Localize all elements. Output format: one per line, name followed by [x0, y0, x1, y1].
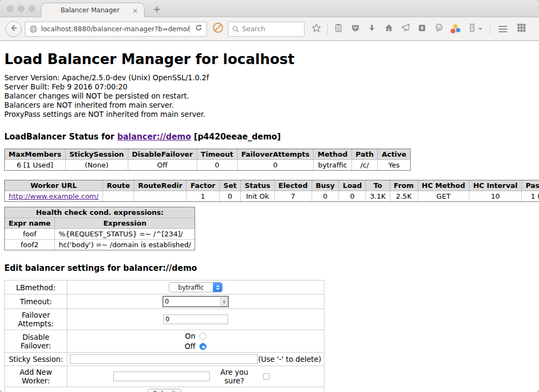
form-row-sticky: Sticky Session: (Use '-' to delete) [5, 353, 324, 366]
form-row-failover: Failover Attempts: [5, 309, 324, 330]
tab-bar: Balancer Manager × + [0, 0, 539, 17]
worker-url-cell: http://www.example.com/ [5, 191, 103, 202]
lbmethod-select[interactable]: bytraffic [169, 282, 223, 292]
worker-table: Worker URL Route RouteRedir Factor Set S… [4, 180, 539, 202]
timeout-cell: 0 [197, 160, 237, 171]
column-header: StickySession [65, 149, 128, 160]
reload-button[interactable] [190, 22, 206, 36]
form-row-lbmethod: LBmethod: bytraffic [5, 281, 324, 295]
downloads-button[interactable] [366, 22, 378, 36]
sticky-cell: (Use '-' to delete) [67, 353, 324, 366]
table-header-row: Expr name Expression [5, 218, 195, 229]
balancer-link[interactable]: balancer://demo [117, 132, 191, 142]
column-header: Method [314, 149, 351, 160]
column-header: Status [240, 180, 274, 191]
passes-cell: 1 (0) [522, 191, 539, 202]
notice-proxypass: ProxyPass settings are NOT inherited fro… [4, 110, 535, 119]
column-header: To [366, 180, 390, 191]
radio-on-label: On [185, 332, 195, 340]
search-bar [228, 22, 305, 37]
add-worker-input[interactable] [113, 372, 210, 381]
select-stepper-icon [213, 282, 222, 292]
failover-attempts-input[interactable] [163, 314, 228, 324]
clipboard-button[interactable] [333, 22, 344, 36]
radio-on[interactable] [199, 333, 206, 340]
tab-close-icon[interactable]: × [131, 6, 140, 15]
tab-balancer-manager[interactable]: Balancer Manager × [41, 3, 144, 17]
worker-row: http://www.example.com/ 1 0 Init Ok 7 0 … [5, 191, 539, 202]
url-input[interactable] [41, 22, 190, 36]
content-blocked-button[interactable] [212, 22, 224, 36]
column-header: Factor [186, 180, 219, 191]
back-button[interactable] [5, 21, 22, 37]
timeout-input[interactable] [163, 298, 220, 305]
menu-button[interactable] [497, 22, 509, 36]
confirm-label: Are you sure? [210, 368, 259, 385]
back-arrow-icon [9, 24, 18, 34]
table-row: foof %{REQUEST_STATUS} =~ /^[234]/ [5, 229, 195, 240]
search-input[interactable] [242, 25, 301, 33]
column-header: Busy [312, 180, 338, 191]
square-download-icon [418, 24, 426, 34]
disablefailover-cell: Off [128, 160, 197, 171]
worker-url-link[interactable]: http://www.example.com/ [9, 192, 99, 200]
notice-persist: Balancer changes will NOT be persisted o… [4, 92, 535, 101]
page-content: Load Balancer Manager for localhost Serv… [0, 41, 539, 392]
form-row-submit: Submit [5, 387, 324, 392]
submit-button[interactable]: Submit [148, 389, 182, 392]
radio-off[interactable] [199, 343, 206, 350]
lbmethod-label: LBmethod: [5, 281, 67, 295]
form-row-timeout: Timeout: [5, 295, 324, 309]
pocket-button[interactable] [349, 22, 361, 36]
column-header: Load [339, 180, 366, 191]
radio-off-label: Off [185, 342, 196, 351]
server-info: Server Version: Apache/2.5.0-dev (Unix) … [4, 73, 535, 119]
color-palette-button[interactable] [450, 22, 461, 36]
paper-plane-icon [401, 23, 410, 34]
health-check-table: Health check cond. expressions: Expr nam… [4, 207, 195, 250]
column-header: Path [351, 149, 377, 160]
apps-grid-icon [517, 23, 526, 34]
expression-cell: %{REQUEST_STATUS} =~ /^[234]/ [54, 229, 195, 240]
submit-cell: Submit [5, 387, 324, 392]
column-header: HC Interval [469, 180, 521, 191]
minimize-window-button[interactable] [18, 5, 24, 12]
globe-icon[interactable] [29, 25, 38, 33]
health-table-title: Health check cond. expressions: [5, 207, 195, 218]
balancer-status-table: MaxMembers StickySession DisableFailover… [4, 149, 411, 171]
to-cell: 3.1K [366, 191, 390, 202]
column-header: Passes [522, 180, 539, 191]
new-tab-button[interactable]: + [151, 4, 163, 15]
status-cell: Init Ok [240, 191, 274, 202]
close-window-button[interactable] [7, 5, 13, 12]
column-header: Timeout [197, 149, 237, 160]
confirm-checkbox[interactable] [263, 373, 270, 380]
star-icon [312, 23, 321, 35]
edit-balancer-form: LBmethod: bytraffic Timeout: [4, 280, 324, 392]
column-header: HC Method [418, 180, 469, 191]
send-button[interactable] [399, 22, 411, 36]
timeout-input-wrap [163, 296, 229, 307]
timeout-label: Timeout: [5, 295, 67, 309]
busy-cell: 0 [312, 191, 338, 202]
feedback-button[interactable] [433, 22, 445, 36]
zoom-window-button[interactable] [29, 5, 35, 12]
number-spinner-icon[interactable] [220, 298, 227, 306]
factor-cell: 1 [186, 191, 219, 202]
apps-grid-button[interactable] [515, 22, 527, 36]
window-controls [7, 5, 35, 12]
sticky-session-hint: (Use '-' to delete) [258, 355, 321, 363]
timeout-cell [67, 295, 324, 309]
column-header: Set [219, 180, 240, 191]
server-built: Server Built: Feb 9 2016 07:00:20 [4, 82, 535, 92]
table-header-row: Worker URL Route RouteRedir Factor Set S… [5, 180, 539, 191]
active-cell: Yes [378, 160, 411, 171]
save-page-button[interactable] [416, 22, 428, 36]
notes-button[interactable] [466, 22, 483, 36]
home-button[interactable] [383, 22, 395, 36]
sticky-session-label: Sticky Session: [5, 353, 67, 366]
bookmark-star-button[interactable] [310, 22, 322, 36]
pocket-icon [351, 23, 360, 34]
sticky-session-input[interactable] [70, 354, 258, 364]
home-icon [384, 23, 393, 34]
